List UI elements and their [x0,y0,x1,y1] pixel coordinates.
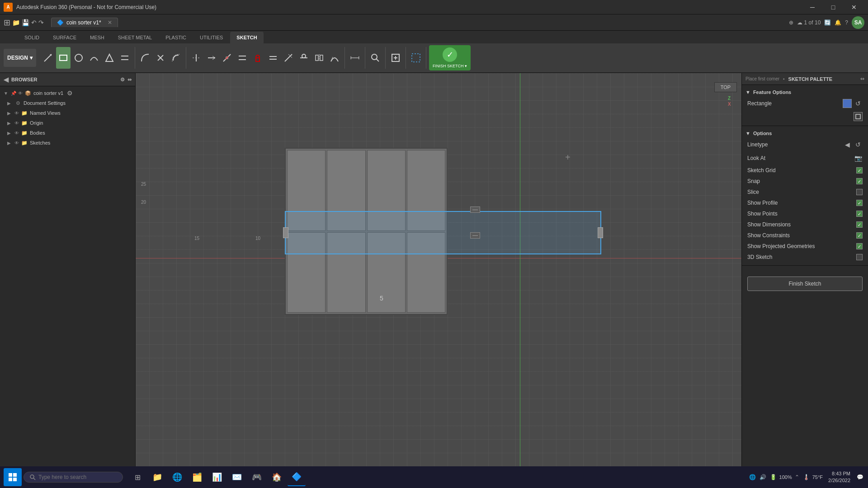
start-button[interactable] [4,468,22,486]
tangent-tool-btn[interactable] [297,47,311,69]
offset-tool-btn[interactable] [169,47,183,69]
parallel-tool-btn[interactable] [235,47,250,69]
battery-icon[interactable]: 🔋 [769,474,778,480]
browser-expand-icon[interactable]: ⇔ [127,77,132,83]
tree-item-root[interactable]: ▼ 📌 👁 📦 coin sorter v1 ⚙ [0,88,135,98]
rectangle-tool-btn[interactable] [56,47,71,69]
linetype-label: Linetype [747,141,843,148]
look-at-icon[interactable]: 📷 [854,154,863,163]
tab-solid[interactable]: SOLID [18,32,46,43]
refresh-icon[interactable]: 🔄 [824,19,831,26]
trim-tool-btn[interactable] [153,47,168,69]
taskbar-files-btn[interactable]: 🗂️ [188,468,206,486]
user-avatar[interactable]: SA [852,16,864,29]
taskbar-fusion-btn[interactable]: 🔷 [288,468,306,486]
root-options-icon[interactable]: ⚙ [67,89,73,97]
save-icon[interactable]: 💾 [22,19,29,26]
taskbar-apps-btn[interactable]: ⊞ [128,468,146,486]
palette-title: SKETCH PALETTE [788,76,833,82]
viewport[interactable]: 25 20 15 10 5 5 ---- ---- [136,73,741,470]
dimension-tool-btn[interactable] [348,47,362,69]
tree-item-sketches[interactable]: ▶ 👁 📁 Sketches [0,138,135,148]
linetype-next-icon[interactable]: ↺ [854,140,863,149]
notify-icon[interactable]: 🔔 [835,19,841,26]
taskbar-community-btn[interactable]: 🏠 [268,468,286,486]
coincident-tool-btn[interactable] [189,47,203,69]
taskbar-edge-btn[interactable]: 🌐 [168,468,186,486]
slice-checkbox[interactable] [856,189,863,195]
polygon-tool-btn[interactable] [102,47,117,69]
show-points-checkbox[interactable]: ✓ [856,211,863,217]
show-constraints-checkbox[interactable]: ✓ [856,232,863,239]
snap-checkbox[interactable]: ✓ [856,178,863,184]
tab-sheetmetal[interactable]: SHEET METAL [112,32,158,43]
browser-collapse-icon[interactable]: ◀ [4,76,9,83]
options-header[interactable]: ▼ Options [742,129,868,138]
equal-tool-btn[interactable] [266,47,280,69]
show-profile-checkbox[interactable]: ✓ [856,200,863,206]
select-tool-btn[interactable] [409,47,423,69]
minimize-button[interactable]: ─ [802,0,823,14]
tab-mesh[interactable]: MESH [84,32,111,43]
show-projected-checkbox[interactable]: ✓ [856,243,863,249]
sketch-grid-checkbox[interactable]: ✓ [856,167,863,174]
design-dropdown[interactable]: DESIGN ▾ [4,49,36,67]
help-icon[interactable]: ? [845,19,848,26]
line-tool-btn[interactable] [41,47,55,69]
inspect-tool-btn[interactable] [368,47,382,69]
taskbar-explorer-btn[interactable]: 📁 [148,468,166,486]
add-tab-icon[interactable]: ⊕ [789,19,793,26]
redo-icon[interactable]: ↷ [38,19,44,26]
horizontal-tool-btn[interactable] [204,47,219,69]
arc-tool-btn[interactable] [87,47,101,69]
tree-item-named-views[interactable]: ▶ 👁 📁 Named Views [0,108,135,118]
finish-sketch-ribbon-btn[interactable]: ✓ FINISH SKETCH ▾ [429,45,471,70]
taskbar-office-btn[interactable]: 📊 [208,468,226,486]
tree-item-origin[interactable]: ▶ 👁 📁 Origin [0,118,135,128]
browser-settings-icon[interactable]: ⚙ [120,77,125,83]
view-cube-top[interactable]: TOP [714,82,737,92]
linetype-prev-icon[interactable]: ◀ [843,140,852,149]
notification-icon[interactable]: 💬 [856,474,864,480]
tree-item-doc-settings[interactable]: ▶ ⚙ Document Settings [0,98,135,108]
symmetric-tool-btn[interactable] [312,47,326,69]
corner-option-icon[interactable] [854,112,863,121]
slot-tool-btn[interactable] [118,47,132,69]
perpendicular-tool-btn[interactable] [220,47,234,69]
tree-item-bodies[interactable]: ▶ 👁 📁 Bodies [0,128,135,138]
file-tab[interactable]: 🔷 coin sorter v1* ✕ [51,18,118,27]
rectangle-refresh-icon[interactable]: ↺ [854,99,863,108]
fillet-tool-btn[interactable] [138,47,152,69]
insert-tool-btn[interactable] [388,47,403,69]
3d-sketch-label: 3D Sketch [747,254,856,260]
tab-utilities[interactable]: UTILITIES [193,32,229,43]
finish-sketch-button[interactable]: Finish Sketch [747,277,863,291]
diagonal-constraint-btn[interactable] [281,47,296,69]
palette-expand-icon[interactable]: ⇔ [860,76,864,82]
curvature-tool-btn[interactable] [327,47,342,69]
chevron-tray-icon[interactable]: ⌃ [794,474,800,480]
taskbar-mail-btn[interactable]: ✉️ [228,468,246,486]
feature-options-header[interactable]: ▼ Feature Options [742,88,868,97]
top-right-controls: ⊕ ☁ 1 of 10 🔄 🔔 ? SA [789,16,864,29]
tab-surface[interactable]: SURFACE [47,32,83,43]
taskbar-search-input[interactable] [38,474,111,480]
undo-icon[interactable]: ↶ [31,19,37,26]
open-icon[interactable]: 📁 [12,19,20,26]
taskbar-minecraft-btn[interactable]: 🎮 [248,468,266,486]
taskbar-search-box[interactable] [24,472,123,483]
lock-tool-btn[interactable] [250,47,265,69]
circle-tool-btn[interactable] [71,47,86,69]
tab-sketch[interactable]: SKETCH [230,32,263,43]
show-dimensions-checkbox[interactable]: ✓ [856,221,863,228]
close-button[interactable]: ✕ [844,0,864,14]
network-icon[interactable]: 🌐 [748,474,757,480]
3d-sketch-checkbox[interactable] [856,254,863,260]
file-tab-close[interactable]: ✕ [108,19,112,26]
volume-icon[interactable]: 🔊 [759,474,767,480]
maximize-button[interactable]: □ [823,0,844,14]
taskbar-time-display[interactable]: 8:43 PM 2/26/2022 [825,470,854,484]
new-file-icon[interactable]: ⊞ [4,18,10,28]
tab-plastic[interactable]: PLASTIC [159,32,193,43]
rectangle-color-swatch[interactable] [843,99,852,108]
